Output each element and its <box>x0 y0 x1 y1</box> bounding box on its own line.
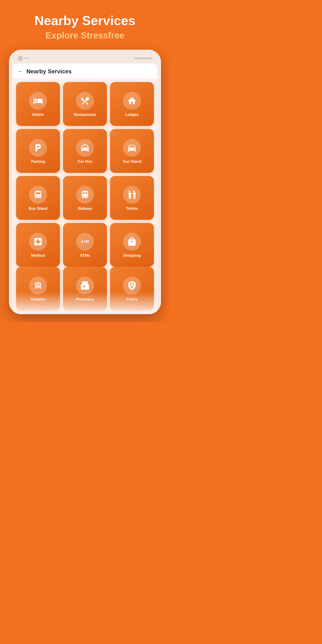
railway-icon <box>80 190 90 200</box>
bus-stand-label: Bus Stand <box>28 206 48 211</box>
hero-subtitle: Explore Stressfree <box>9 30 161 41</box>
phone-dot <box>27 58 28 59</box>
hero-title: Nearby Services <box>9 14 161 28</box>
phone-status-bar <box>12 54 158 64</box>
toilets-icon-circle <box>123 186 141 204</box>
service-card-medical[interactable]: Medical <box>16 223 60 267</box>
phone-camera <box>18 56 23 61</box>
phone-camera-area <box>18 56 28 61</box>
service-card-restaurants[interactable]: Restaurants <box>63 82 107 126</box>
hotel-icon <box>33 96 43 106</box>
parking-label: Parking <box>31 160 45 164</box>
car-hire-icon-circle <box>76 139 94 157</box>
service-card-toilets[interactable]: Toilets <box>110 176 154 220</box>
shopping-icon <box>127 237 137 247</box>
bus-icon-circle <box>29 186 47 204</box>
taxi-icon-circle <box>123 139 141 157</box>
atm-icon-circle: ATM <box>76 233 94 251</box>
services-grid-bottom: Temples Pharmacy Police <box>12 267 158 314</box>
service-card-car-hire[interactable]: Car Hire <box>63 129 107 173</box>
car-hire-icon <box>80 143 90 153</box>
temple-icon <box>33 281 43 290</box>
shopping-label: Shopping <box>123 253 141 258</box>
railway-icon-circle <box>76 186 94 204</box>
back-button[interactable]: ← <box>18 68 23 74</box>
service-card-temples[interactable]: Temples <box>16 267 60 310</box>
toilets-icon <box>127 190 137 200</box>
medical-label: Medical <box>31 253 45 258</box>
app-screen: ← Nearby Services Hotels <box>12 64 158 314</box>
lodges-icon <box>127 96 137 106</box>
restaurants-icon-circle <box>76 92 94 110</box>
service-card-lodges[interactable]: Lodges <box>110 82 154 126</box>
lodges-icon-circle <box>123 92 141 110</box>
medical-icon <box>33 237 43 247</box>
hotels-label: Hotels <box>32 112 44 117</box>
restaurants-label: Restaurants <box>74 112 96 117</box>
lodges-label: Lodges <box>125 112 139 117</box>
services-grid: Hotels Restaurants Lodges <box>12 78 158 267</box>
pharmacy-icon <box>80 281 90 290</box>
car-hire-label: Car Hire <box>78 160 92 164</box>
service-card-railway[interactable]: Railway <box>63 176 107 220</box>
service-card-police[interactable]: Police <box>110 267 154 310</box>
shopping-icon-circle <box>123 233 141 251</box>
phone-dots <box>24 58 28 59</box>
atms-label: ATMs <box>80 253 90 258</box>
toilets-label: Toilets <box>126 206 138 211</box>
phone-speaker <box>134 58 152 59</box>
police-label: Police <box>126 297 138 302</box>
service-card-pharmacy[interactable]: Pharmacy <box>63 267 107 310</box>
taxi-stand-label: Taxi Stand <box>122 160 142 164</box>
railway-label: Railway <box>78 206 92 211</box>
service-card-parking[interactable]: Parking <box>16 129 60 173</box>
medical-icon-circle <box>29 233 47 251</box>
bus-icon <box>33 190 43 200</box>
parking-icon <box>33 143 43 153</box>
police-icon-circle <box>123 276 141 294</box>
police-icon <box>127 281 137 290</box>
service-card-bus-stand[interactable]: Bus Stand <box>16 176 60 220</box>
temples-label: Temples <box>30 297 46 302</box>
restaurant-icon <box>80 96 90 106</box>
service-card-shopping[interactable]: Shopping <box>110 223 154 267</box>
phone-dot <box>24 58 26 59</box>
pharmacy-label: Pharmacy <box>76 297 94 302</box>
taxi-icon <box>127 143 137 153</box>
service-card-taxi-stand[interactable]: Taxi Stand <box>110 129 154 173</box>
phone-frame: ← Nearby Services Hotels <box>9 50 161 314</box>
hero-header: Nearby Services Explore Stressfree <box>0 0 170 50</box>
app-header: ← Nearby Services <box>12 64 158 78</box>
service-card-hotels[interactable]: Hotels <box>16 82 60 126</box>
temples-icon-circle <box>29 276 47 294</box>
parking-icon-circle <box>29 139 47 157</box>
app-title: Nearby Services <box>26 68 72 75</box>
pharmacy-icon-circle <box>76 276 94 294</box>
hotels-icon-circle <box>29 92 47 110</box>
service-card-atms[interactable]: ATM ATMs <box>63 223 107 267</box>
